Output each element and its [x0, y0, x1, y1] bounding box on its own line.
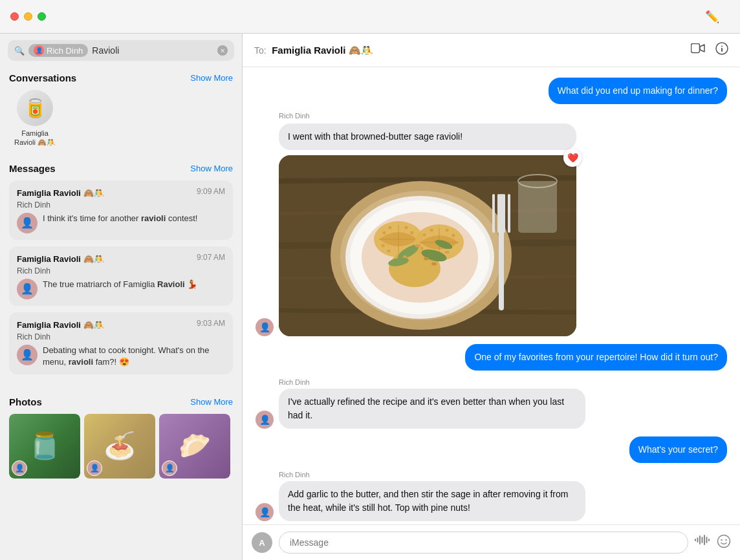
- conversation-item[interactable]: 🥫 FamigliaRavioli 🙈🤼: [9, 90, 61, 147]
- conversations-show-more[interactable]: Show More: [190, 73, 233, 83]
- message-result-2-text: The true matriarch of Famiglia Ravioli 💃: [43, 279, 197, 290]
- photo-thumb-2[interactable]: 🍝 👤: [84, 414, 155, 479]
- message-result-1-group: Famiglia Ravioli 🙈🤼: [17, 188, 104, 198]
- photos-title: Photos: [9, 396, 42, 407]
- maximize-button[interactable]: [38, 12, 46, 21]
- msg-incoming-3-sender: Rich Dinh: [256, 471, 727, 479]
- close-button[interactable]: [10, 12, 19, 21]
- message-result-3-group: Famiglia Ravioli 🙈🤼: [17, 320, 104, 330]
- search-tag-avatar: 👤: [34, 45, 44, 56]
- message-result-3-text: Debating what to cook tonight. What's on…: [43, 345, 225, 368]
- message-result-1-text: I think it's time for another ravioli co…: [43, 213, 197, 224]
- msg-incoming-3: 👤 Add garlic to the butter, and then sti…: [256, 481, 727, 521]
- search-clear-button[interactable]: ✕: [217, 45, 228, 56]
- msg-incoming-1-avatar: 👤: [256, 318, 274, 336]
- photos-show-more[interactable]: Show More: [190, 397, 233, 407]
- video-call-icon[interactable]: [691, 43, 705, 57]
- messages-header: Messages Show More: [9, 163, 233, 174]
- conversations-section: Conversations Show More 🥫 FamigliaRaviol…: [0, 67, 242, 150]
- message-result-3-sender: Rich Dinh: [17, 332, 50, 341]
- msg-image-container: ❤️: [279, 155, 576, 336]
- svg-rect-52: [697, 537, 699, 543]
- msg-outgoing-2-col: One of my favorites from your repertoire…: [465, 344, 727, 371]
- svg-rect-48: [508, 194, 510, 233]
- message-result-1-sender: Rich Dinh: [17, 200, 50, 210]
- emoji-icon[interactable]: [717, 534, 731, 552]
- photo-thumb-1[interactable]: 🫙 👤: [9, 414, 80, 479]
- svg-rect-2: [721, 48, 723, 52]
- chat-input-bar: A: [243, 524, 740, 560]
- msg-outgoing-1-bubble: What did you end up making for dinner?: [549, 78, 727, 104]
- svg-point-59: [721, 539, 722, 540]
- msg-incoming-2: 👤 I've actually refined the recipe and i…: [256, 389, 727, 429]
- chat-header-icons: [691, 42, 728, 58]
- chat-input-avatar: A: [252, 532, 272, 553]
- svg-rect-56: [706, 537, 708, 543]
- message-result-1-body: 👤 I think it's time for another ravioli …: [17, 213, 225, 233]
- svg-rect-45: [492, 194, 495, 233]
- msg-incoming-1-sender: Rich Dinh: [256, 112, 727, 120]
- message-result-3-time: 9:03 AM: [197, 319, 225, 342]
- message-result-1-time: 9:09 AM: [197, 187, 225, 210]
- search-bar[interactable]: 🔍 👤 Rich Dinh Ravioli ✕: [8, 40, 234, 61]
- msg-outgoing-3-bubble: What's your secret?: [629, 436, 727, 463]
- compose-button[interactable]: ✏️: [705, 10, 719, 24]
- msg-incoming-1: 👤 I went with that browned-butter sage r…: [256, 124, 727, 336]
- msg-incoming-2-col: I've actually refined the recipe and it'…: [279, 389, 585, 429]
- messages-show-more[interactable]: Show More: [190, 164, 233, 173]
- message-result-3-header: Famiglia Ravioli 🙈🤼 Rich Dinh 9:03 AM: [17, 319, 225, 342]
- conversations-title: Conversations: [9, 72, 76, 83]
- message-result-3-body: 👤 Debating what to cook tonight. What's …: [17, 345, 225, 368]
- info-icon[interactable]: [715, 42, 728, 58]
- msg-outgoing-2-bubble: One of my favorites from your repertoire…: [465, 344, 727, 371]
- svg-rect-57: [708, 539, 710, 541]
- image-reaction: ❤️: [563, 149, 582, 167]
- msg-incoming-2-avatar: 👤: [256, 411, 274, 429]
- svg-line-5: [279, 178, 576, 181]
- svg-rect-47: [503, 194, 505, 233]
- message-result-3[interactable]: Famiglia Ravioli 🙈🤼 Rich Dinh 9:03 AM 👤 …: [9, 312, 233, 374]
- message-result-2-sender: Rich Dinh: [17, 266, 50, 275]
- conversations-header: Conversations Show More: [9, 72, 233, 83]
- svg-rect-51: [695, 539, 696, 541]
- message-result-2-time: 9:07 AM: [197, 253, 225, 276]
- messages-title: Messages: [9, 163, 56, 174]
- msg-image-placeholder: [279, 155, 576, 336]
- sidebar: 🔍 👤 Rich Dinh Ravioli ✕ Conversations Sh…: [0, 34, 243, 560]
- msg-outgoing-1: What did you end up making for dinner?: [256, 78, 727, 104]
- msg-outgoing-2: One of my favorites from your repertoire…: [256, 344, 727, 371]
- svg-point-3: [721, 46, 723, 47]
- photos-section: Photos Show More 🫙 👤 🍝 👤 🥟 👤: [0, 391, 242, 489]
- search-tag: 👤 Rich Dinh: [28, 44, 88, 57]
- message-result-2-group: Famiglia Ravioli 🙈🤼: [17, 254, 104, 264]
- msg-outgoing-3-col: What's your secret?: [629, 436, 727, 463]
- message-result-2-avatar: 👤: [17, 279, 38, 299]
- message-result-2[interactable]: Famiglia Ravioli 🙈🤼 Rich Dinh 9:07 AM 👤 …: [9, 246, 233, 306]
- msg-incoming-3-group: Rich Dinh 👤 Add garlic to the butter, an…: [256, 471, 727, 521]
- chat-to-label: To:: [254, 45, 267, 56]
- search-tag-label: Rich Dinh: [47, 46, 83, 56]
- svg-rect-50: [518, 181, 557, 233]
- search-query: Ravioli: [92, 45, 213, 56]
- minimize-button[interactable]: [24, 12, 32, 21]
- chat-title-wrap: To: Famiglia Ravioli 🙈🤼: [254, 45, 373, 56]
- chat-area: To: Famiglia Ravioli 🙈🤼: [243, 34, 740, 560]
- message-input[interactable]: [279, 532, 688, 554]
- message-result-1[interactable]: Famiglia Ravioli 🙈🤼 Rich Dinh 9:09 AM 👤 …: [9, 180, 233, 240]
- chat-header: To: Famiglia Ravioli 🙈🤼: [243, 34, 740, 67]
- svg-rect-54: [702, 537, 703, 543]
- msg-incoming-2-bubble: I've actually refined the recipe and it'…: [279, 389, 585, 429]
- svg-rect-55: [704, 535, 705, 545]
- msg-incoming-3-avatar: 👤: [256, 503, 274, 521]
- svg-point-60: [725, 539, 726, 540]
- conversation-avatar: 🥫: [17, 90, 53, 126]
- photo-thumb-3[interactable]: 🥟 👤: [159, 414, 230, 479]
- msg-incoming-3-bubble: Add garlic to the butter, and then stir …: [279, 481, 585, 521]
- audio-waveform-icon[interactable]: [695, 534, 710, 552]
- svg-rect-0: [691, 44, 700, 53]
- photo-2-avatar: 👤: [87, 460, 102, 476]
- conversation-name: FamigliaRavioli 🙈🤼: [14, 129, 56, 147]
- chat-input-icons: [695, 534, 731, 552]
- search-icon: 🔍: [14, 46, 25, 56]
- svg-point-43: [362, 212, 478, 303]
